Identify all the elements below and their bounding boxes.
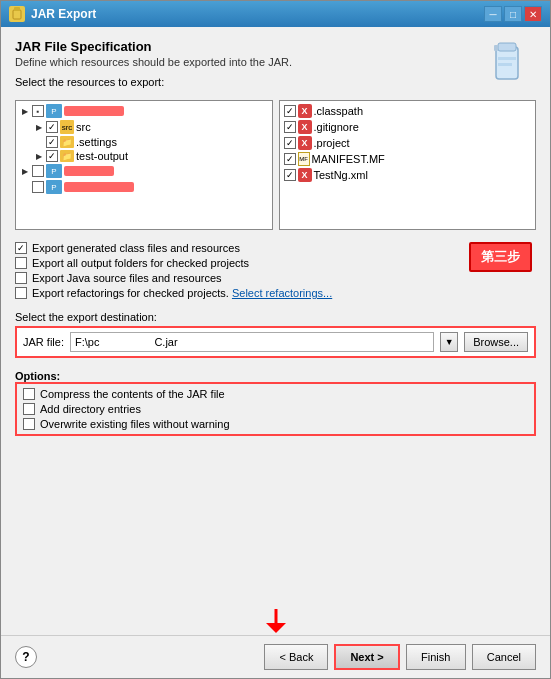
export-checkbox-row-2: Export all output folders for checked pr… [15,257,536,269]
title-controls: ─ □ ✕ [484,6,542,22]
x-file-icon: X [298,168,312,182]
jar-graphic [488,39,526,88]
options-section: Options: Compress the contents of the JA… [15,366,536,436]
tree-checkbox[interactable] [284,137,296,149]
tree-item[interactable]: ▶ P [18,179,270,195]
back-button[interactable]: < Back [264,644,328,670]
svg-rect-0 [13,10,21,19]
navigation-buttons: < Back Next > Finish Cancel [264,644,536,670]
project-icon: P [46,104,62,118]
next-button[interactable]: Next > [334,644,399,670]
tree-panel-area: ▶ P ▶ src src ▶ 📁 .settings [15,100,536,230]
manifest-icon: MF [298,152,310,166]
export-checkbox-3[interactable] [15,272,27,284]
jar-label: JAR file: [23,336,64,348]
tree-item[interactable]: X .project [282,135,534,151]
destination-label: Select the export destination: [15,311,536,323]
resources-label: Select the resources to export: [15,76,536,88]
x-file-icon: X [298,136,312,150]
jar-file-input[interactable] [70,332,434,352]
expand-icon[interactable]: ▶ [20,106,30,116]
option-label-3: Overwrite existing files without warning [40,418,230,430]
redacted-label [64,166,114,176]
red-arrow-icon [261,609,291,633]
tree-checkbox[interactable] [32,105,44,117]
left-tree-panel[interactable]: ▶ P ▶ src src ▶ 📁 .settings [15,100,273,230]
third-step-badge: 第三步 [469,242,532,272]
cancel-button[interactable]: Cancel [472,644,536,670]
svg-marker-8 [266,623,286,633]
export-checkbox-2[interactable] [15,257,27,269]
tree-checkbox[interactable] [46,121,58,133]
export-checkbox-row-4: Export refactorings for checked projects… [15,287,536,299]
tree-checkbox[interactable] [284,153,296,165]
tree-checkbox[interactable] [46,136,58,148]
redacted-label [64,182,134,192]
tree-item[interactable]: ▶ P [18,103,270,119]
expand-icon[interactable]: ▶ [20,166,30,176]
x-file-icon: X [298,120,312,134]
jar-file-row: JAR file: ▼ Browse... [15,326,536,358]
option-checkbox-3[interactable] [23,418,35,430]
options-area: Compress the contents of the JAR file Ad… [15,382,536,436]
maximize-button[interactable]: □ [504,6,522,22]
tree-item[interactable]: ▶ src src [18,119,270,135]
export-checkbox-1[interactable] [15,242,27,254]
export-label-2: Export all output folders for checked pr… [32,257,249,269]
finish-button[interactable]: Finish [406,644,466,670]
minimize-button[interactable]: ─ [484,6,502,22]
tree-item-label: TestNg.xml [314,169,368,181]
export-checkbox-4[interactable] [15,287,27,299]
header-area: JAR File Specification Define which reso… [15,39,536,68]
button-bar: ? < Back Next > Finish Cancel [1,635,550,678]
title-bar-left: JAR Export [9,6,96,22]
expand-icon[interactable]: ▶ [34,122,44,132]
jar-export-dialog: JAR Export ─ □ ✕ JAR File Specification … [0,0,551,679]
export-checkbox-row-1: Export generated class files and resourc… [15,242,536,254]
option-checkbox-1[interactable] [23,388,35,400]
x-file-icon: X [298,104,312,118]
options-label: Options: [15,370,536,382]
window-title: JAR Export [31,7,96,21]
option-row-3: Overwrite existing files without warning [23,418,528,430]
tree-item[interactable]: X TestNg.xml [282,167,534,183]
tree-checkbox[interactable] [32,165,44,177]
tree-item[interactable]: X .classpath [282,103,534,119]
tree-item-label: .classpath [314,105,364,117]
export-checkbox-row-3: Export Java source files and resources [15,272,536,284]
svg-rect-5 [498,57,516,60]
project-icon: P [46,180,62,194]
folder-icon: 📁 [60,150,74,162]
tree-item-label: .settings [76,136,117,148]
tree-checkbox[interactable] [284,105,296,117]
select-refactorings-link[interactable]: Select refactorings... [232,287,332,299]
page-title: JAR File Specification [15,39,536,54]
tree-checkbox[interactable] [32,181,44,193]
src-icon: src [60,120,74,134]
close-button[interactable]: ✕ [524,6,542,22]
right-tree-panel[interactable]: X .classpath X .gitignore X .project MF … [279,100,537,230]
export-label-4: Export refactorings for checked projects… [32,287,332,299]
tree-item-label: src [76,121,91,133]
tree-checkbox[interactable] [284,169,296,181]
tree-item-label: .project [314,137,350,149]
svg-rect-4 [494,45,498,51]
tree-item[interactable]: MF MANIFEST.MF [282,151,534,167]
option-label-2: Add directory entries [40,403,141,415]
jar-dropdown-button[interactable]: ▼ [440,332,458,352]
tree-item[interactable]: ▶ 📁 test-output [18,149,270,163]
title-bar: JAR Export ─ □ ✕ [1,1,550,27]
tree-item-label: test-output [76,150,128,162]
tree-item[interactable]: X .gitignore [282,119,534,135]
option-label-1: Compress the contents of the JAR file [40,388,225,400]
help-button[interactable]: ? [15,646,37,668]
tree-item[interactable]: ▶ P [18,163,270,179]
tree-checkbox[interactable] [284,121,296,133]
tree-item[interactable]: ▶ 📁 .settings [18,135,270,149]
expand-icon[interactable]: ▶ [34,151,44,161]
tree-checkbox[interactable] [46,150,58,162]
option-checkbox-2[interactable] [23,403,35,415]
export-label-1: Export generated class files and resourc… [32,242,240,254]
destination-section: Select the export destination: JAR file:… [15,307,536,358]
browse-button[interactable]: Browse... [464,332,528,352]
